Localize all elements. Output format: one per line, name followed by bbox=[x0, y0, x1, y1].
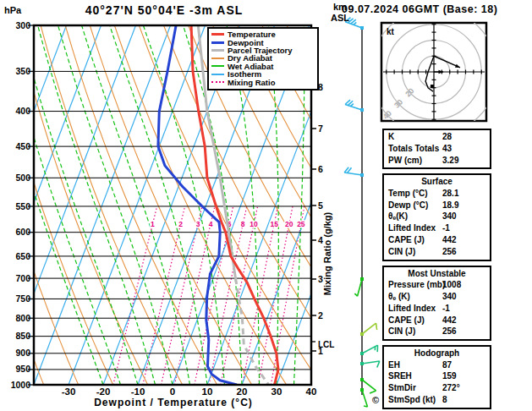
stat-row: K28 bbox=[384, 131, 490, 143]
stat-label: StmSpd (kt) bbox=[388, 395, 436, 404]
svg-text:10: 10 bbox=[202, 386, 213, 397]
wind-barb bbox=[360, 361, 380, 367]
svg-text:800: 800 bbox=[15, 313, 30, 323]
svg-text:300: 300 bbox=[15, 20, 30, 30]
stat-row: PW (cm)3.29 bbox=[384, 155, 490, 167]
legend-swatch bbox=[211, 65, 224, 67]
stat-value: 256 bbox=[442, 246, 457, 258]
stat-label: EH bbox=[388, 360, 400, 370]
stat-row: SREH159 bbox=[384, 370, 490, 382]
wind-barb bbox=[360, 388, 367, 407]
stat-value: 3.29 bbox=[442, 155, 458, 167]
svg-text:20: 20 bbox=[237, 386, 248, 397]
stat-label: Temp (°C) bbox=[388, 189, 428, 198]
legend-item: Temperature bbox=[211, 30, 315, 38]
wind-barb bbox=[360, 323, 377, 336]
wind-barb bbox=[360, 345, 378, 355]
svg-text:500: 500 bbox=[15, 173, 30, 183]
stats-panel: K28Totals Totals43PW (cm)3.29 bbox=[382, 129, 491, 169]
stats-panel-header: Surface bbox=[384, 176, 490, 188]
lcl-label: LCL bbox=[318, 340, 334, 349]
stat-row: Pressure (mb)1008 bbox=[384, 279, 490, 291]
svg-text:2: 2 bbox=[318, 310, 323, 321]
stat-label: Totals Totals bbox=[388, 144, 439, 153]
svg-text:650: 650 bbox=[15, 251, 30, 261]
svg-text:-10: -10 bbox=[131, 386, 145, 397]
stat-row: CIN (J)256 bbox=[384, 326, 490, 337]
svg-text:400: 400 bbox=[15, 106, 30, 116]
stat-label: CIN (J) bbox=[388, 247, 415, 256]
stat-row: Lifted Index-1 bbox=[384, 222, 490, 234]
svg-text:20: 20 bbox=[285, 220, 293, 228]
stat-value: 87 bbox=[442, 359, 452, 371]
svg-text:6: 6 bbox=[318, 164, 323, 174]
svg-text:4: 4 bbox=[209, 220, 213, 228]
stat-label: Lifted Index bbox=[388, 304, 436, 313]
stat-value: 8 bbox=[442, 394, 447, 406]
stat-value: 28 bbox=[442, 131, 452, 143]
stat-label: SREH bbox=[388, 371, 412, 381]
wind-barb-column bbox=[344, 18, 380, 407]
stat-value: 272° bbox=[442, 382, 460, 394]
legend-swatch bbox=[211, 58, 224, 59]
stats-panel: SurfaceTemp (°C)28.1Dewp (°C)18.9θₑ(K)34… bbox=[382, 173, 491, 260]
svg-text:700: 700 bbox=[15, 273, 30, 283]
svg-text:7: 7 bbox=[318, 123, 323, 134]
stat-row: Temp (°C)28.1 bbox=[384, 188, 490, 200]
svg-text:1000: 1000 bbox=[11, 380, 31, 390]
stat-value: 256 bbox=[442, 326, 457, 337]
stat-value: 43 bbox=[442, 143, 452, 155]
stat-row: Totals Totals43 bbox=[384, 143, 490, 155]
stat-label: Pressure (mb) bbox=[388, 280, 445, 289]
stat-label: θₑ (K) bbox=[388, 292, 410, 301]
svg-text:-20: -20 bbox=[96, 386, 111, 397]
stat-row: StmDir272° bbox=[384, 382, 490, 394]
stat-label: CAPE (J) bbox=[388, 235, 425, 244]
svg-text:950: 950 bbox=[15, 364, 30, 374]
svg-text:1: 1 bbox=[151, 220, 155, 228]
stats-panel-header: Hodograph bbox=[384, 348, 490, 359]
stat-label: StmDir bbox=[388, 383, 416, 392]
stats-panel-header: Most Unstable bbox=[384, 268, 490, 280]
legend-swatch bbox=[211, 41, 224, 44]
svg-text:10: 10 bbox=[250, 220, 258, 228]
stat-value: 340 bbox=[442, 291, 457, 303]
svg-text:350: 350 bbox=[15, 66, 30, 76]
svg-text:30: 30 bbox=[271, 386, 282, 397]
stat-value: -1 bbox=[442, 222, 450, 234]
stat-label: CAPE (J) bbox=[388, 315, 425, 325]
svg-text:550: 550 bbox=[15, 201, 30, 211]
stats-panel: Most UnstablePressure (mb)1008θₑ (K)340L… bbox=[382, 266, 491, 341]
stats-panels: K28Totals Totals43PW (cm)3.29SurfaceTemp… bbox=[382, 129, 491, 411]
svg-text:40: 40 bbox=[306, 386, 317, 397]
legend-swatch bbox=[211, 33, 224, 36]
stats-panel: HodographEH87SREH159StmDir272°StmSpd (kt… bbox=[382, 345, 491, 409]
stat-row: Dewp (°C)18.9 bbox=[384, 200, 490, 211]
svg-text:3: 3 bbox=[196, 220, 200, 228]
pressure-axis-unit: hPa bbox=[4, 5, 21, 15]
svg-text:750: 750 bbox=[15, 293, 30, 304]
wind-barb bbox=[345, 100, 364, 112]
altitude-axis-unit-asl: ASL bbox=[331, 13, 349, 23]
stat-value: 18.9 bbox=[442, 200, 458, 211]
stat-label: CIN (J) bbox=[388, 326, 415, 336]
stat-row: CAPE (J)442 bbox=[384, 315, 490, 326]
svg-text:450: 450 bbox=[15, 141, 30, 151]
legend-label: Mixing Ratio bbox=[228, 79, 275, 86]
stat-row: Lifted Index-1 bbox=[384, 303, 490, 315]
legend-box: TemperatureDewpointParcel TrajectoryDry … bbox=[207, 27, 319, 90]
stat-row: CIN (J)256 bbox=[384, 246, 490, 258]
svg-text:5: 5 bbox=[318, 200, 323, 211]
hodograph-unit-label: kt bbox=[387, 27, 395, 36]
stat-value: -1 bbox=[442, 303, 450, 315]
stat-label: K bbox=[388, 132, 394, 141]
stat-value: 28.1 bbox=[442, 188, 458, 200]
svg-text:600: 600 bbox=[15, 227, 30, 237]
legend-swatch bbox=[211, 81, 224, 83]
wind-barb bbox=[344, 167, 364, 177]
stat-row: θₑ (K)340 bbox=[384, 291, 490, 303]
stat-label: PW (cm) bbox=[388, 156, 422, 165]
stat-value: 159 bbox=[442, 370, 457, 382]
svg-text:850: 850 bbox=[15, 331, 30, 341]
svg-text:8: 8 bbox=[241, 220, 245, 228]
